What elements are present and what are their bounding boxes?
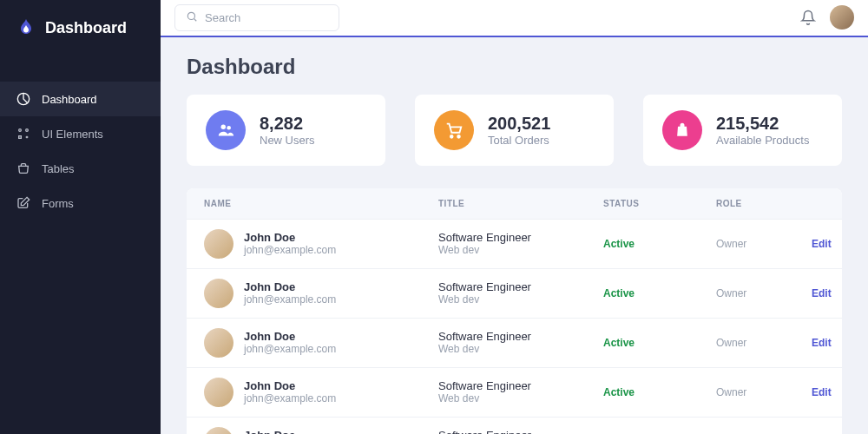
- row-avatar: [204, 378, 233, 407]
- table-body: John Doejohn@example.comSoftware Enginee…: [187, 219, 842, 434]
- svg-point-4: [187, 12, 194, 19]
- row-subtitle: Web dev: [438, 244, 603, 256]
- table-row: John Doejohn@example.comSoftware Enginee…: [187, 219, 842, 268]
- sidebar: Dashboard Dashboard UI Elements Tables F…: [0, 0, 161, 434]
- edit-link[interactable]: Edit: [812, 386, 832, 398]
- svg-point-5: [221, 124, 227, 129]
- cart-icon: [434, 110, 474, 150]
- topbar-right: [800, 5, 854, 30]
- table-header: NAME TITLE STATUS ROLE: [187, 188, 842, 219]
- row-name: John Doe: [244, 330, 336, 343]
- row-name: John Doe: [244, 429, 336, 434]
- row-subtitle: Web dev: [438, 392, 603, 404]
- row-name: John Doe: [244, 231, 336, 244]
- svg-rect-3: [19, 136, 22, 139]
- row-title: Software Engineer: [438, 330, 603, 343]
- stat-card-total-orders: 200,521 Total Orders: [415, 95, 614, 166]
- table-row: John Doejohn@example.comSoftware Enginee…: [187, 268, 842, 318]
- th-edit: [812, 199, 825, 208]
- row-subtitle: Web dev: [438, 293, 603, 306]
- th-role: ROLE: [716, 199, 812, 208]
- svg-point-1: [19, 129, 22, 132]
- stat-card-available-products: 215,542 Available Products: [643, 95, 842, 166]
- user-avatar[interactable]: [830, 5, 854, 30]
- stat-value: 200,521: [488, 114, 550, 134]
- nav-item-forms[interactable]: Forms: [0, 186, 161, 220]
- brand: Dashboard: [0, 0, 161, 56]
- svg-point-8: [457, 135, 460, 137]
- brand-title: Dashboard: [45, 19, 127, 37]
- stat-cards: 8,282 New Users 200,521 Total Orders 215…: [187, 95, 842, 166]
- th-name: NAME: [204, 199, 438, 208]
- content: Dashboard 8,282 New Users 200,521 Total …: [161, 37, 868, 434]
- row-email: john@example.com: [244, 343, 336, 355]
- pie-chart-icon: [16, 91, 31, 107]
- stat-card-new-users: 8,282 New Users: [187, 95, 385, 166]
- nav-label: Forms: [42, 197, 74, 210]
- table-row: John Doejohn@example.comSoftware Enginee…: [187, 417, 842, 434]
- row-email: john@example.com: [244, 392, 336, 404]
- nav-label: UI Elements: [42, 128, 103, 141]
- svg-point-2: [26, 129, 29, 132]
- svg-point-7: [450, 135, 453, 137]
- nav: Dashboard UI Elements Tables Forms: [0, 56, 161, 220]
- nav-item-ui-elements[interactable]: UI Elements: [0, 116, 161, 151]
- stat-value: 8,282: [260, 114, 315, 134]
- topbar: Search: [161, 0, 868, 37]
- bag-icon: [662, 110, 702, 150]
- row-role: Owner: [716, 287, 746, 299]
- edit-link[interactable]: Edit: [812, 238, 832, 250]
- nav-label: Dashboard: [42, 93, 97, 106]
- grid-icon: [16, 126, 31, 141]
- row-title: Software Engineer: [438, 379, 603, 392]
- row-title: Software Engineer: [438, 280, 603, 293]
- row-name: John Doe: [244, 379, 336, 392]
- row-status: Active: [603, 337, 635, 349]
- edit-link[interactable]: Edit: [812, 287, 832, 299]
- row-role: Owner: [716, 337, 746, 349]
- nav-item-dashboard[interactable]: Dashboard: [0, 82, 161, 116]
- row-subtitle: Web dev: [438, 343, 603, 355]
- row-avatar: [204, 229, 233, 259]
- search-placeholder: Search: [205, 11, 240, 24]
- row-role: Owner: [716, 386, 746, 398]
- stat-label: Total Orders: [488, 134, 550, 147]
- edit-icon: [16, 195, 31, 211]
- flame-icon: [16, 17, 36, 38]
- row-title: Software Engineer: [438, 231, 603, 244]
- row-email: john@example.com: [244, 244, 336, 256]
- row-avatar: [204, 427, 233, 434]
- th-status: STATUS: [603, 199, 716, 208]
- row-status: Active: [603, 238, 635, 250]
- row-status: Active: [603, 386, 635, 398]
- bell-icon[interactable]: [800, 10, 816, 25]
- table-row: John Doejohn@example.comSoftware Enginee…: [187, 318, 842, 367]
- stat-label: Available Products: [716, 134, 809, 147]
- tray-icon: [16, 161, 31, 176]
- th-title: TITLE: [438, 199, 603, 208]
- row-avatar: [204, 279, 233, 308]
- stat-value: 215,542: [716, 114, 809, 134]
- row-email: john@example.com: [244, 293, 336, 306]
- row-avatar: [204, 328, 233, 358]
- row-title: Software Engineer: [438, 429, 603, 434]
- search-icon: [186, 10, 198, 25]
- main: Search Dashboard 8,282 New Users 200,521…: [161, 0, 868, 434]
- row-name: John Doe: [244, 280, 336, 293]
- edit-link[interactable]: Edit: [812, 337, 832, 349]
- users-table: NAME TITLE STATUS ROLE John Doejohn@exam…: [187, 188, 842, 434]
- nav-label: Tables: [42, 162, 75, 175]
- stat-label: New Users: [260, 134, 315, 147]
- table-row: John Doejohn@example.comSoftware Enginee…: [187, 367, 842, 417]
- search-input[interactable]: Search: [174, 4, 339, 31]
- page-title: Dashboard: [187, 55, 842, 79]
- svg-point-6: [227, 125, 231, 129]
- nav-item-tables[interactable]: Tables: [0, 151, 161, 186]
- row-role: Owner: [716, 238, 746, 250]
- row-status: Active: [603, 287, 635, 299]
- users-icon: [206, 110, 246, 150]
